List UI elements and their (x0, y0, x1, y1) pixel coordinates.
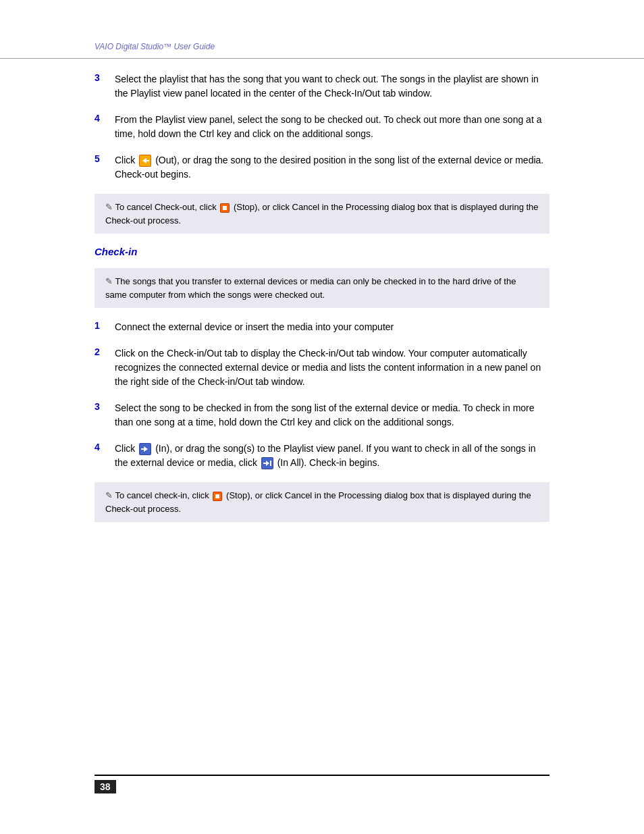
step-text: Connect the external device or insert th… (115, 320, 549, 334)
content-area: 3 Select the playlist that has the song … (0, 59, 644, 561)
step5-text-after: (Out), or drag the song to the desired p… (115, 155, 543, 180)
in-icon (139, 443, 151, 455)
step-checkout-4: 4 From the Playlist view panel, select t… (95, 113, 549, 141)
note-checkin-warning: ✎ The songs that you transfer to externa… (95, 268, 549, 308)
out-icon (139, 155, 151, 167)
step-number: 2 (95, 346, 115, 357)
svg-rect-15 (215, 494, 219, 498)
step-text: From the Playlist view panel, select the… (115, 113, 549, 141)
step-text: Select the playlist that has the song th… (115, 72, 549, 101)
section-title-checkin: Check-in (95, 246, 549, 257)
step-text: Click (In), or drag the song(s) to the P… (115, 442, 549, 470)
step-checkin-1: 1 Connect the external device or insert … (95, 320, 549, 334)
step4-text-after: (In All). Check-in begins. (277, 457, 380, 468)
note-cancel-checkin: ✎ To cancel check-in, click (Stop), or c… (95, 482, 549, 522)
step5-text-before: Click (115, 155, 135, 165)
stop-icon-2 (213, 492, 222, 501)
step-number: 3 (95, 401, 115, 412)
step-number: 4 (95, 113, 115, 124)
step-checkin-3: 3 Select the song to be checked in from … (95, 401, 549, 429)
note-icon: ✎ (105, 202, 113, 212)
step-checkout-5: 5 Click (Out), or drag the song to the d… (95, 153, 549, 182)
note-cancel-checkout: ✎ To cancel Check-out, click (Stop), or … (95, 194, 549, 234)
step-checkin-2: 2 Click on the Check-in/Out tab to displ… (95, 346, 549, 389)
svg-rect-12 (270, 461, 271, 466)
footer: 38 (95, 775, 549, 793)
note-icon: ✎ (105, 490, 113, 500)
step-checkout-3: 3 Select the playlist that has the song … (95, 72, 549, 101)
svg-rect-5 (223, 206, 227, 210)
step-number: 1 (95, 320, 115, 331)
header-title: VAIO Digital Studio™ User Guide (95, 42, 215, 51)
step-number: 5 (95, 153, 115, 164)
step-text: Click on the Check-in/Out tab to display… (115, 346, 549, 389)
step-text: Select the song to be checked in from th… (115, 401, 549, 429)
page-number: 38 (95, 780, 116, 793)
step-checkin-4: 4 Click (In), or drag the song(s) to the… (95, 442, 549, 470)
in-all-icon (261, 457, 273, 469)
step-text: Click (Out), or drag the song to the des… (115, 153, 549, 182)
step-number: 3 (95, 72, 115, 83)
note-warning-text: The songs that you transfer to external … (105, 276, 516, 300)
stop-icon (220, 203, 230, 213)
note-icon: ✎ (105, 276, 113, 286)
step4-text-before: Click (115, 443, 135, 454)
note-text-before: To cancel Check-out, click (115, 202, 216, 212)
page: VAIO Digital Studio™ User Guide 3 Select… (0, 0, 644, 834)
header: VAIO Digital Studio™ User Guide (0, 0, 644, 59)
note-checkin-text-before: To cancel check-in, click (115, 490, 209, 500)
step-number: 4 (95, 442, 115, 452)
